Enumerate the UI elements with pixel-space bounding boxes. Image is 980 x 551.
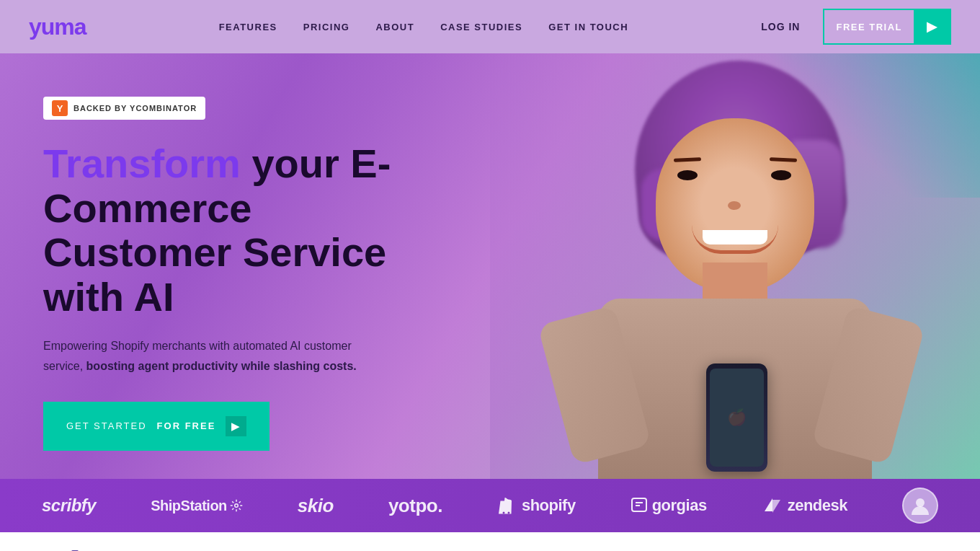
eye-right (771, 170, 791, 180)
shopify-bag-icon (497, 495, 516, 516)
partner-shipstation: ShipStation (151, 498, 243, 514)
bottom-section (0, 532, 980, 551)
avatar-icon (909, 495, 931, 516)
eye-left (677, 170, 698, 180)
hero-content: Y BACKED BY YCOMBINATOR Transform your E… (43, 82, 447, 451)
partner-avatar (902, 488, 938, 524)
svg-point-1 (502, 512, 504, 514)
nav-get-in-touch[interactable]: GET IN TOUCH (548, 22, 628, 32)
shipstation-gear-icon (230, 499, 243, 512)
nav-features[interactable]: FEATURES (219, 22, 277, 32)
svg-point-2 (507, 512, 509, 514)
hero-cta-button[interactable]: GET STARTED FOR FREE ▶ (43, 402, 270, 451)
hero-subtitle-bold: boosting agent productivity while slashi… (86, 360, 357, 372)
cta-text-bold: FOR FREE (157, 420, 216, 431)
hero-title: Transform your E-Commerce Customer Servi… (43, 141, 447, 319)
zendesk-label: zendesk (788, 496, 847, 515)
cta-arrow-icon: ▶ (226, 416, 246, 436)
yc-badge: Y BACKED BY YCOMBINATOR (43, 97, 205, 120)
partner-skio: skio (298, 495, 334, 517)
free-trial-label: FREE TRIAL (824, 22, 914, 32)
brow-left (674, 157, 701, 162)
woman-photo: 🍎 (576, 53, 922, 479)
nav-about[interactable]: ABOUT (375, 22, 414, 32)
hero-subtitle: Empowering Shopify merchants with automa… (43, 336, 375, 375)
svg-point-0 (235, 504, 239, 508)
shopify-label: shopify (522, 496, 576, 515)
hero-image: 🍎 (490, 53, 980, 479)
nose (728, 201, 741, 210)
partners-strip: scribfy ShipStation skio yotpo. shopify … (0, 479, 980, 532)
phone: 🍎 (706, 363, 767, 472)
scriby-label: scribfy (42, 495, 96, 515)
partner-gorgias: gorgias (631, 496, 707, 515)
yc-badge-text: BACKED BY YCOMBINATOR (74, 104, 197, 113)
header-actions: LOG IN FREE TRIAL ▶ (761, 9, 951, 45)
login-link[interactable]: LOG IN (761, 21, 800, 32)
arm-right (811, 305, 925, 465)
apple-logo: 🍎 (727, 408, 747, 427)
hero-title-highlight: Transform (43, 141, 241, 186)
logo[interactable]: yuma (29, 14, 86, 40)
yc-logo: Y (52, 100, 68, 116)
yotpo-label: yotpo. (388, 495, 442, 516)
brow-right (770, 157, 797, 162)
skio-label: skio (298, 495, 334, 516)
main-nav: FEATURES PRICING ABOUT CASE STUDIES GET … (219, 22, 629, 32)
hero-section: 🍎 Y BACKED BY YCOMBINATOR Transform your… (0, 53, 980, 479)
cta-text-normal: GET STARTED (66, 420, 147, 431)
nav-pricing[interactable]: PRICING (303, 22, 350, 32)
shipstation-label: ShipStation (151, 498, 227, 514)
zendesk-icon (762, 495, 783, 516)
partner-scriby: scribfy (42, 495, 96, 516)
gorgias-icon (631, 497, 648, 514)
header: yuma FEATURES PRICING ABOUT CASE STUDIES… (0, 0, 980, 53)
free-trial-button[interactable]: FREE TRIAL ▶ (823, 9, 951, 45)
partner-zendesk: zendesk (762, 495, 847, 516)
gorgias-label: gorgias (652, 496, 707, 515)
teeth (703, 230, 767, 244)
partner-shopify: shopify (497, 495, 576, 516)
body: 🍎 (598, 299, 872, 479)
free-trial-arrow-icon: ▶ (914, 9, 950, 45)
partner-yotpo: yotpo. (388, 495, 442, 517)
nav-case-studies[interactable]: CASE STUDIES (440, 22, 522, 32)
svg-point-4 (916, 498, 925, 507)
